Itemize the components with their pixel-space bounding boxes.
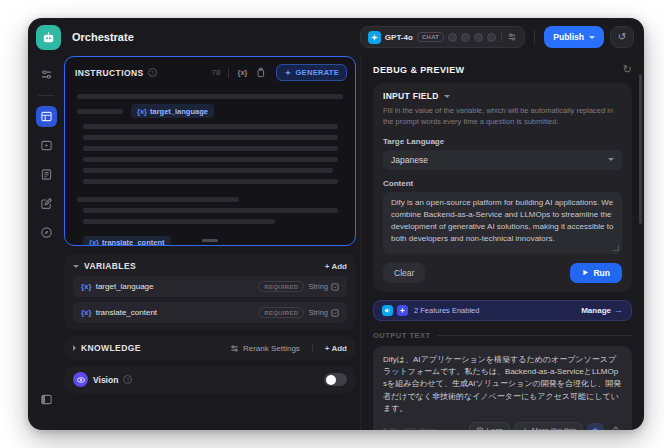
vision-toggle[interactable] (324, 373, 347, 386)
chip-prefix: {x} (137, 107, 147, 116)
play-window-icon (40, 139, 53, 152)
chevron-down-icon (73, 265, 79, 268)
features-label: 2 Features Enabled (414, 306, 479, 315)
clear-button[interactable]: Clear (383, 263, 425, 283)
rail-tune-button[interactable] (36, 64, 57, 85)
left-rail (28, 56, 64, 430)
model-params-icon[interactable] (507, 32, 517, 42)
target-language-select[interactable]: Japanese (383, 150, 622, 170)
variable-chip-target-language[interactable]: {x} target_language (131, 104, 214, 118)
rerank-icon (230, 344, 239, 353)
required-badge: REQUIRED (258, 307, 304, 318)
type-badge[interactable]: String (308, 282, 339, 291)
variable-chip-translate-content[interactable]: {x} translate_content (83, 236, 171, 247)
copy-icon (611, 426, 620, 430)
content-label: Content (383, 179, 622, 188)
char-count: 78 (212, 68, 221, 77)
output-header: OUTPUT TEXT (373, 331, 632, 340)
add-knowledge-button[interactable]: + Add (325, 344, 347, 353)
input-field-card: INPUT FIELD Fill in the value of the var… (373, 83, 632, 292)
output-divider (437, 335, 632, 336)
speaker-icon (591, 426, 600, 430)
variable-name: target_language (96, 282, 154, 291)
rerank-settings-button[interactable]: Rerank Settings (230, 344, 300, 353)
rail-preview-button[interactable] (36, 135, 57, 156)
manage-features-button[interactable]: Manage → (581, 306, 623, 315)
history-icon: ↺ (618, 32, 626, 42)
instructions-header: INSTRUCTIONS ? 78 {x} GENERATE (65, 57, 355, 85)
orchestrate-column: INSTRUCTIONS ? 78 {x} GENERATE (64, 56, 360, 430)
play-icon (582, 269, 589, 276)
output-actions: Logs More like this (469, 422, 622, 430)
vision-section: Vision ? (64, 366, 356, 393)
speaker-button[interactable] (587, 423, 604, 430)
scrollbar[interactable] (639, 74, 642, 224)
rail-annotation-button[interactable] (36, 193, 57, 214)
vision-row: Vision ? (73, 372, 347, 387)
variables-header[interactable]: VARIABLES + Add (73, 261, 347, 271)
run-button[interactable]: Run (570, 263, 622, 283)
features-bar[interactable]: 2 Features Enabled Manage → (373, 300, 632, 321)
orchestrate-icon (40, 110, 53, 123)
type-badge[interactable]: String (308, 308, 339, 317)
toolbar-divider (228, 68, 229, 78)
help-icon[interactable]: ? (148, 68, 157, 77)
history-button[interactable]: ↺ (610, 26, 634, 48)
model-selector[interactable]: GPT-4o CHAT (360, 26, 525, 48)
action-row: Clear Run (383, 263, 622, 283)
annotation-icon (40, 197, 53, 210)
refresh-icon[interactable]: ↻ (623, 64, 632, 75)
resize-handle[interactable] (202, 239, 218, 242)
instructions-body[interactable]: {x} target_language {x} (65, 85, 355, 246)
app-window: Orchestrate GPT-4o CHAT Publish (28, 18, 644, 430)
redacted-text-row: {x} target_language (77, 104, 343, 118)
copy-icon[interactable] (255, 67, 266, 78)
content-field-wrap: Dify is an open-source platform for buil… (383, 192, 622, 254)
more-like-this-button[interactable]: More like this (514, 422, 583, 430)
insert-variable-icon[interactable]: {x} (237, 68, 247, 77)
instructions-panel[interactable]: INSTRUCTIONS ? 78 {x} GENERATE (64, 56, 356, 246)
variable-row[interactable]: {x} translate_content REQUIRED String (73, 302, 347, 323)
variable-row[interactable]: {x} target_language REQUIRED String (73, 276, 347, 297)
input-field-description: Fill in the value of the variable, which… (383, 105, 622, 128)
rail-collapse-button[interactable] (36, 389, 57, 410)
redacted-text-line (83, 208, 338, 213)
document-icon (40, 168, 53, 181)
rail-monitoring-button[interactable] (36, 222, 57, 243)
toggle-knob (326, 375, 336, 385)
debug-preview-panel: DEBUG & PREVIEW ↻ INPUT FIELD Fill in th… (360, 56, 644, 430)
type-label: String (308, 282, 328, 291)
add-variable-button[interactable]: + Add (325, 262, 347, 271)
content-textarea[interactable]: Dify is an open-source platform for buil… (391, 197, 614, 245)
knowledge-header[interactable]: KNOWLEDGE Rerank Settings + Add (73, 343, 347, 353)
header: Orchestrate GPT-4o CHAT Publish (28, 18, 644, 56)
debug-title: DEBUG & PREVIEW (373, 65, 465, 75)
input-field-header[interactable]: INPUT FIELD (383, 91, 622, 101)
rail-logs-button[interactable] (36, 164, 57, 185)
rail-orchestrate-button[interactable] (36, 106, 57, 127)
instructions-title: INSTRUCTIONS (75, 68, 144, 78)
variables-title: VARIABLES (84, 261, 136, 271)
rail-divider (38, 95, 54, 96)
app-icon[interactable] (36, 25, 61, 50)
text-to-speech-feature-icon (382, 305, 393, 316)
sparkle-icon (284, 69, 292, 77)
chevron-down-icon (608, 158, 614, 161)
capability-icon-1 (448, 33, 457, 42)
collapse-panel-icon (40, 393, 53, 406)
model-mode-badge: CHAT (417, 32, 444, 42)
type-icon (331, 283, 339, 291)
copy-output-button[interactable] (608, 424, 622, 430)
target-language-label: Targe Language (383, 137, 622, 146)
generate-button[interactable]: GENERATE (276, 64, 347, 81)
page-title: Orchestrate (72, 31, 134, 43)
help-icon[interactable]: ? (123, 375, 132, 384)
run-label: Run (593, 268, 610, 278)
logs-button[interactable]: Logs (469, 422, 510, 430)
output-bubble: Difyは、AIアプリケーションを構築するためのオープンソースプラットフォームで… (373, 346, 632, 431)
publish-button[interactable]: Publish (544, 26, 604, 48)
resize-grip-icon[interactable] (613, 245, 619, 251)
selected-option: Japanese (391, 155, 428, 165)
output-text: Difyは、AIアプリケーションを構築するためのオープンソースプラットフォームで… (383, 354, 622, 416)
generate-label: GENERATE (295, 68, 339, 77)
